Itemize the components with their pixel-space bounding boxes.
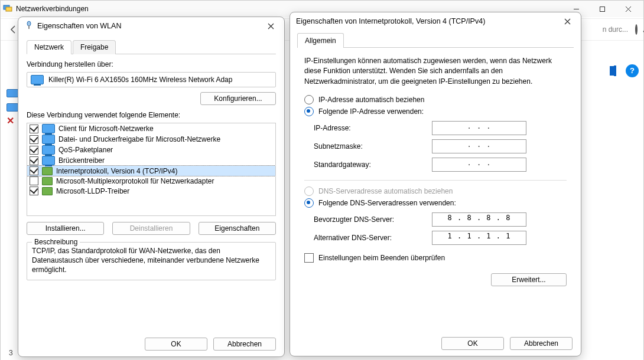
nic-icon [42,167,53,175]
input-subnet-mask[interactable]: . . . [432,139,526,153]
properties-button[interactable]: Eigenschaften [199,222,276,235]
description-groupbox: Beschreibung TCP/IP, das Standardprotoko… [27,242,276,280]
bg-maximize-button[interactable] [589,1,615,17]
adapter-icon[interactable] [6,103,18,112]
adapter-disabled-icon[interactable]: ✕ [6,117,18,125]
bg-window-title: Netzwerkverbindungen [16,5,89,13]
wlan-titlebar: Eigenschaften von WLAN [18,17,284,35]
component-row[interactable]: Brückentreiber [27,155,275,166]
svg-point-6 [27,21,31,26]
svg-rect-7 [28,25,30,29]
svg-rect-3 [600,6,604,11]
nic-icon [42,177,53,185]
component-row[interactable]: Internetprotokoll, Version 4 (TCP/IPv4) [27,166,275,176]
ip-close-button[interactable] [558,14,576,29]
component-checkbox[interactable] [30,135,38,144]
help-icon[interactable]: ? [626,64,639,77]
status-bar-count: 3 [9,349,13,357]
component-row[interactable]: QoS-Paketplaner [27,145,275,155]
advanced-button[interactable]: Erweitert... [491,273,567,286]
component-checkbox[interactable] [30,146,38,155]
component-label: Client für Microsoft-Netzwerke [58,125,154,133]
label-preferred-dns: Bevorzugter DNS-Server: [314,215,432,224]
component-checkbox[interactable] [30,186,38,195]
wlan-dialog-title: Eigenschaften von WLAN [37,22,121,30]
component-row[interactable]: Microsoft-Multiplexorprotokoll für Netzw… [27,176,275,186]
radio-dns-manual-label: Folgende DNS-Serveradressen verwenden: [318,199,456,207]
configure-button[interactable]: Konfigurieren... [200,92,276,105]
description-text: TCP/IP, das Standardprotokoll für WAN-Ne… [32,246,271,275]
input-ip-address[interactable]: . . . [432,121,526,135]
ip-cancel-button[interactable]: Abbrechen [510,337,573,350]
label-default-gateway: Standardgateway: [314,161,432,169]
component-checkbox[interactable] [30,176,38,185]
label-ip-address: IP-Adresse: [314,124,432,132]
ip-titlebar: Eigenschaften von Internetprotokoll, Ver… [290,12,581,30]
radio-dns-auto [304,186,314,196]
component-label: Datei- und Druckerfreigabe für Microsoft… [58,135,220,143]
radio-ip-manual[interactable] [304,107,314,116]
net-client-icon [42,135,55,144]
component-checkbox[interactable] [30,125,38,133]
radio-dns-manual[interactable] [304,198,314,208]
bg-adapter-icons: ✕ [6,89,18,125]
bg-close-button[interactable] [615,1,641,17]
component-row[interactable]: Microsoft-LLDP-Treiber [27,186,275,196]
svg-rect-1 [6,7,12,11]
uninstall-button: Deinstallieren [112,222,190,235]
wlan-properties-dialog: Eigenschaften von WLAN Netzwerk Freigabe… [18,17,285,357]
wlan-close-button[interactable] [262,18,279,34]
radio-dns-auto-label: DNS-Serveradresse automatisch beziehen [318,187,453,195]
wlan-ok-button[interactable]: OK [145,338,207,351]
ip-info-text: IP-Einstellungen können automatisch zuge… [304,56,567,87]
net-client-icon [42,145,55,155]
search-placeholder-fragment[interactable]: n durc... [603,25,628,34]
view-toggle-icon[interactable] [614,67,616,75]
component-checkbox[interactable] [30,166,38,175]
label-subnet-mask: Subnetzmaske: [314,142,432,150]
ip-ok-button[interactable]: OK [441,337,504,350]
tab-general[interactable]: Allgemein [297,33,344,48]
wlan-title-icon [24,21,34,32]
label-alternate-dns: Alternativer DNS-Server: [314,234,432,242]
component-row[interactable]: Client für Microsoft-Netzwerke [27,123,275,134]
component-list[interactable]: Client für Microsoft-NetzwerkeDatei- und… [27,123,276,216]
checkbox-validate-on-exit[interactable] [304,253,314,263]
adapter-icon[interactable] [6,89,18,97]
wlan-cancel-button[interactable]: Abbrechen [213,338,276,351]
radio-ip-auto-label: IP-Adresse automatisch beziehen [318,96,424,104]
component-label: QoS-Paketplaner [58,146,113,154]
adapter-monitor-icon [31,75,44,84]
component-label: Microsoft-LLDP-Treiber [56,187,129,195]
component-checkbox[interactable] [30,156,38,165]
adapter-name-field: Killer(R) Wi-Fi 6 AX1650s 160MHz Wireles… [27,72,276,87]
component-label: Internetprotokoll, Version 4 (TCP/IPv4) [56,167,177,175]
net-client-icon [42,124,55,133]
adapter-name-text: Killer(R) Wi-Fi 6 AX1650s 160MHz Wireles… [48,76,232,84]
wlan-tabs: Netzwerk Freigabe [27,40,276,54]
uses-items-label: Diese Verbindung verwendet folgende Elem… [27,111,276,119]
component-label: Brückentreiber [58,156,105,165]
component-row[interactable]: Datei- und Druckerfreigabe für Microsoft… [27,134,275,145]
input-default-gateway[interactable]: . . . [432,158,526,172]
ip-dialog-title: Eigenschaften von Internetprotokoll, Ver… [296,17,485,25]
radio-ip-auto[interactable] [304,95,314,104]
nic-icon [42,187,53,195]
checkbox-validate-label: Einstellungen beim Beenden überprüfen [318,254,445,262]
description-legend: Beschreibung [32,238,80,246]
connect-using-label: Verbindung herstellen über: [27,60,276,68]
radio-ip-manual-label: Folgende IP-Adresse verwenden: [318,107,424,116]
search-icon[interactable] [635,25,638,34]
net-client-icon [42,156,55,165]
input-preferred-dns[interactable]: 8 . 8 . 8 . 8 [432,212,526,227]
component-label: Microsoft-Multiplexorprotokoll für Netzw… [56,177,214,185]
network-connections-icon [3,4,12,15]
ipv4-properties-dialog: Eigenschaften von Internetprotokoll, Ver… [290,12,581,356]
install-button[interactable]: Installieren... [27,222,104,235]
tab-network[interactable]: Netzwerk [27,40,71,54]
input-alternate-dns[interactable]: 1 . 1 . 1 . 1 [432,231,526,245]
tab-share[interactable]: Freigabe [73,40,116,54]
